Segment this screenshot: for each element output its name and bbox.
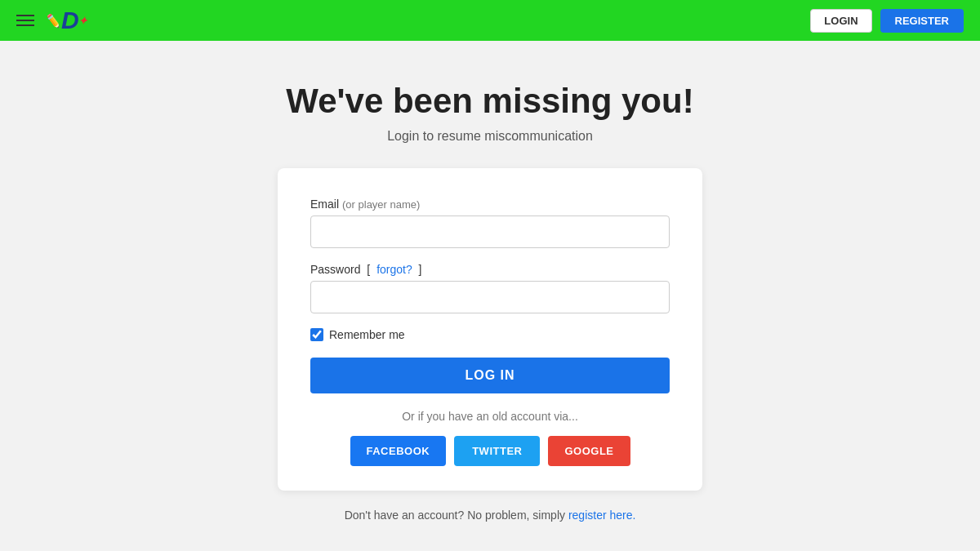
twitter-button[interactable]: TWITTER	[454, 436, 540, 466]
social-buttons: FACEBOOK TWITTER GOOGLE	[310, 436, 670, 466]
remember-checkbox[interactable]	[310, 328, 323, 341]
register-button[interactable]: REGISTER	[880, 9, 964, 33]
logo-pencil-icon: ✏️	[44, 13, 60, 29]
page-subtitle: Login to resume miscommunication	[387, 129, 593, 144]
logo-star-icon: ✦	[78, 15, 87, 27]
login-card: Email (or player name) Password [ forgot…	[278, 168, 702, 491]
google-button[interactable]: GOOGLE	[548, 436, 630, 466]
email-field-group: Email (or player name)	[310, 198, 670, 263]
main-content: We've been missing you! Login to resume …	[0, 41, 980, 551]
password-label: Password [ forgot? ]	[310, 263, 670, 276]
hamburger-menu-icon[interactable]	[16, 15, 34, 26]
register-here-link[interactable]: register here.	[568, 509, 635, 522]
or-text: Or if you have an old account via...	[310, 410, 670, 423]
logo[interactable]: ✏️ D ✦	[44, 7, 87, 34]
logo-letter-d: D	[61, 7, 78, 34]
password-input[interactable]	[310, 281, 670, 313]
header-left: ✏️ D ✦	[16, 7, 87, 34]
facebook-button[interactable]: FACEBOOK	[350, 436, 447, 466]
remember-label: Remember me	[329, 328, 405, 341]
email-input[interactable]	[310, 216, 670, 248]
remember-row: Remember me	[310, 328, 670, 341]
login-button[interactable]: LOGIN	[810, 9, 871, 33]
email-label: Email (or player name)	[310, 198, 670, 211]
register-text: Don't have an account? No problem, simpl…	[345, 509, 636, 522]
password-field-group: Password [ forgot? ]	[310, 263, 670, 328]
log-in-button[interactable]: LOG IN	[310, 358, 670, 393]
header: ✏️ D ✦ LOGIN REGISTER	[0, 0, 980, 41]
email-hint: (or player name)	[342, 198, 420, 211]
page-title: We've been missing you!	[286, 82, 693, 121]
forgot-password-link[interactable]: forgot?	[376, 263, 412, 276]
header-right: LOGIN REGISTER	[810, 9, 964, 33]
